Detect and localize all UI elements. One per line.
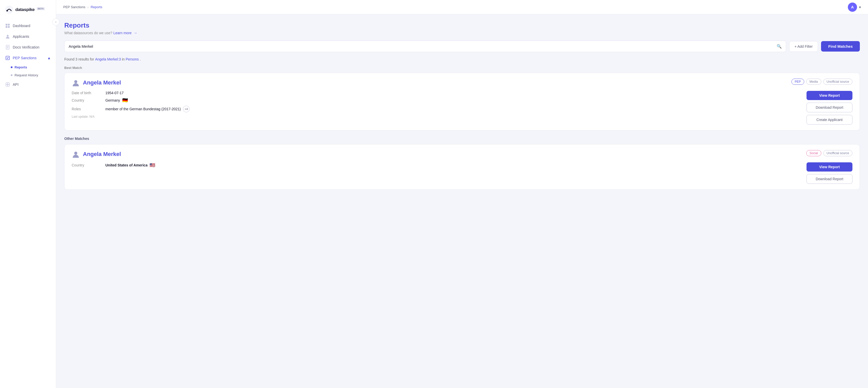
- other-card-header: Angela Merkel Social Unofficial source: [72, 150, 852, 158]
- country-value: Germany 🇩🇪: [105, 97, 128, 103]
- svg-point-0: [5, 6, 13, 14]
- sidebar-item-pep-sanctions[interactable]: PEP Sanctions ▲: [0, 53, 56, 63]
- sidebar-item-reports-label: Reports: [14, 65, 27, 69]
- best-match-card: Angela Merkel PEP Media Unofficial sourc…: [64, 73, 860, 130]
- roles-row: Roles member of the German Bundestag (20…: [72, 106, 801, 112]
- svg-rect-3: [8, 24, 10, 26]
- tag-pep[interactable]: PEP: [792, 79, 804, 85]
- results-info: Found 3 results for Angela Merkel:3 in P…: [64, 57, 860, 61]
- roles-text: member of the German Bundestag (2017-202…: [105, 107, 181, 111]
- other-country-value: United States of America 🇺🇸: [105, 162, 155, 168]
- best-match-name: Angela Merkel: [83, 80, 121, 86]
- sidebar-item-docs-verification[interactable]: Docs Verification: [0, 42, 56, 53]
- logo-icon: [5, 6, 13, 14]
- search-box: 🔍: [64, 40, 786, 52]
- user-avatar[interactable]: A: [848, 3, 857, 12]
- create-applicant-button[interactable]: Create Applicant: [807, 115, 852, 125]
- other-country-label: Country: [72, 163, 102, 167]
- person-icon: [72, 79, 80, 87]
- chevron-up-icon: ▲: [47, 56, 51, 60]
- dob-label: Date of birth: [72, 91, 102, 95]
- sidebar-item-api-label: API: [13, 83, 19, 87]
- tag-social[interactable]: Social: [806, 150, 821, 156]
- card-body: Date of birth 1954-07-17 Country Germany…: [72, 91, 852, 125]
- svg-point-1: [6, 10, 8, 11]
- sidebar-item-request-history-label: Request History: [14, 73, 38, 77]
- user-menu-chevron[interactable]: ▾: [859, 5, 861, 9]
- sidebar-item-dashboard[interactable]: Dashboard: [0, 21, 56, 31]
- best-match-label: Best Match: [64, 66, 860, 70]
- sidebar-item-reports[interactable]: Reports: [11, 63, 56, 71]
- svg-rect-4: [6, 26, 7, 28]
- page-subtitle: What datasources do we use? Learn more →: [64, 31, 860, 35]
- sidebar-nav: Dashboard Applicants Docs Verification: [0, 19, 56, 388]
- tag-unofficial-source[interactable]: Unofficial source: [823, 79, 853, 85]
- other-card-name-row: Angela Merkel: [72, 150, 121, 158]
- sidebar-item-dashboard-label: Dashboard: [13, 24, 30, 28]
- card-header: Angela Merkel PEP Media Unofficial sourc…: [72, 79, 852, 87]
- other-matches-label: Other Matches: [64, 137, 860, 141]
- last-update: Last update: N/A: [72, 115, 801, 118]
- sidebar-item-applicants-label: Applicants: [13, 34, 29, 38]
- other-match-name: Angela Merkel: [83, 151, 121, 157]
- search-input[interactable]: [69, 44, 774, 49]
- person-icon: [5, 34, 10, 39]
- dob-value: 1954-07-17: [105, 91, 124, 95]
- card-details: Date of birth 1954-07-17 Country Germany…: [72, 91, 801, 125]
- svg-point-6: [7, 35, 9, 37]
- sidebar: dataspike BETA ‹ Dashboard Applicants: [0, 0, 56, 388]
- other-match-tags: Social Unofficial source: [806, 150, 852, 156]
- topbar: PEP Sanctions › Reports A ▾: [56, 0, 868, 14]
- roles-value: member of the German Bundestag (2017-202…: [105, 106, 190, 112]
- sidebar-item-api[interactable]: API: [0, 79, 56, 90]
- other-country-flag: 🇺🇸: [150, 162, 155, 168]
- breadcrumb-current: Reports: [91, 5, 102, 9]
- learn-more-arrow: →: [134, 31, 137, 35]
- breadcrumb-parent[interactable]: PEP Sanctions: [63, 5, 85, 9]
- sidebar-item-applicants[interactable]: Applicants: [0, 31, 56, 42]
- content-area: Reports What datasources do we use? Lear…: [56, 14, 868, 388]
- subtitle-text: What datasources do we use?: [64, 31, 112, 35]
- user-menu: A ▾: [848, 3, 861, 12]
- dob-row: Date of birth 1954-07-17: [72, 91, 801, 95]
- country-label: Country: [72, 98, 102, 102]
- country-flag: 🇩🇪: [122, 97, 128, 103]
- logo: dataspike BETA: [0, 0, 56, 19]
- app-name: dataspike: [15, 7, 35, 12]
- results-query-link[interactable]: Angela Merkel:3: [95, 57, 122, 61]
- country-row: Country Germany 🇩🇪: [72, 97, 801, 103]
- learn-more-link[interactable]: Learn more →: [113, 31, 137, 35]
- download-report-button[interactable]: Download Report: [807, 102, 852, 112]
- card-name-row: Angela Merkel: [72, 79, 121, 87]
- results-in: in: [122, 57, 126, 61]
- person-icon-other: [72, 150, 80, 158]
- results-prefix: Found 3 results for: [64, 57, 95, 61]
- best-match-actions: View Report Download Report Create Appli…: [807, 91, 852, 125]
- results-suffix: .: [140, 57, 141, 61]
- other-download-report-button[interactable]: Download Report: [807, 174, 852, 184]
- sub-nav: Reports Request History: [0, 63, 56, 79]
- breadcrumb: PEP Sanctions › Reports: [63, 5, 102, 9]
- pep-icon: [5, 55, 10, 60]
- svg-point-13: [74, 80, 77, 83]
- dashboard-icon: [5, 23, 10, 28]
- svg-rect-2: [6, 24, 7, 26]
- sidebar-collapse-button[interactable]: ‹: [52, 19, 59, 26]
- sidebar-item-request-history[interactable]: Request History: [11, 71, 56, 79]
- view-report-button[interactable]: View Report: [807, 91, 852, 100]
- roles-extra-badge[interactable]: +4: [183, 106, 190, 112]
- docs-icon: [5, 45, 10, 50]
- tag-media[interactable]: Media: [806, 79, 821, 85]
- other-card-body: Country United States of America 🇺🇸 View…: [72, 162, 852, 184]
- beta-badge: BETA: [37, 7, 45, 10]
- other-view-report-button[interactable]: View Report: [807, 162, 852, 172]
- breadcrumb-separator: ›: [87, 5, 89, 9]
- find-matches-button[interactable]: Find Matches: [821, 41, 860, 52]
- add-filter-button[interactable]: + Add Filter: [789, 41, 818, 52]
- search-row: 🔍 + Add Filter Find Matches: [64, 40, 860, 52]
- search-icon: 🔍: [777, 44, 782, 49]
- tag-unofficial-other[interactable]: Unofficial source: [823, 150, 853, 156]
- svg-rect-5: [8, 26, 10, 28]
- results-entity-link[interactable]: Persons: [126, 57, 139, 61]
- sub-dot-history: [11, 74, 12, 76]
